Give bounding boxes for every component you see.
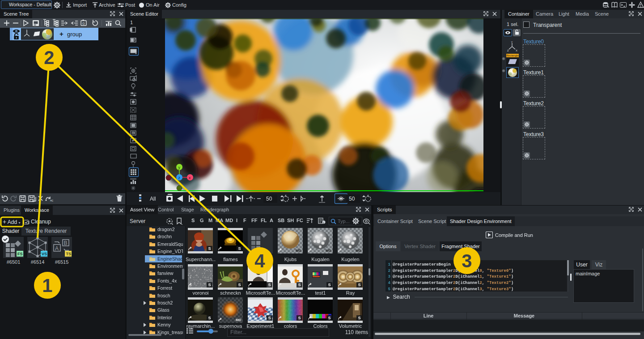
svg-text:Y: Y xyxy=(26,29,27,31)
svg-text:TS: TS xyxy=(66,252,72,256)
svg-text:50: 50 xyxy=(349,196,355,202)
svg-text:MD: MD xyxy=(236,318,242,322)
svg-text:FS: FS xyxy=(17,252,23,256)
svg-text:i: i xyxy=(323,221,324,224)
svg-text:x: x xyxy=(189,176,191,180)
svg-text:All: All xyxy=(150,196,156,202)
svg-text:A: A xyxy=(55,245,59,252)
svg-text:X: X xyxy=(516,49,517,52)
svg-text:G: G xyxy=(82,22,85,25)
svg-text:Y: Y xyxy=(511,41,513,43)
svg-text:B: B xyxy=(64,240,68,246)
svg-text:Z: Z xyxy=(507,49,509,52)
svg-text:z: z xyxy=(178,176,181,180)
svg-text:MD: MD xyxy=(326,249,331,253)
svg-text:50: 50 xyxy=(266,196,272,202)
svg-text:VS: VS xyxy=(42,252,47,256)
svg-text:HC: HC xyxy=(50,199,54,202)
svg-text:y: y xyxy=(178,165,181,170)
svg-text:MD: MD xyxy=(296,249,301,253)
svg-text:MD: MD xyxy=(356,249,361,253)
